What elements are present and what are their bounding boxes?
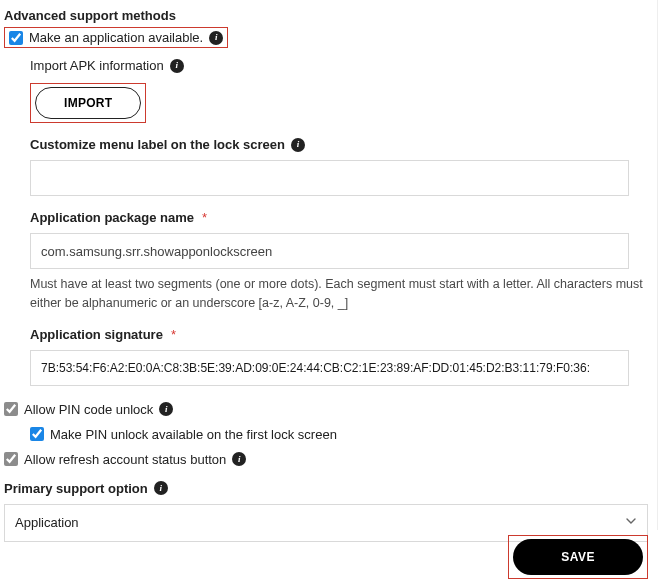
required-marker: * — [171, 327, 176, 342]
info-icon[interactable]: i — [170, 59, 184, 73]
info-icon[interactable]: i — [159, 402, 173, 416]
chevron-down-icon — [625, 515, 637, 530]
allow-pin-checkbox[interactable] — [4, 402, 18, 416]
make-available-checkbox[interactable] — [9, 31, 23, 45]
signature-input[interactable] — [30, 350, 629, 386]
package-name-input[interactable] — [30, 233, 629, 269]
import-apk-label: Import APK information — [30, 58, 164, 73]
allow-refresh-label: Allow refresh account status button — [24, 452, 226, 467]
info-icon[interactable]: i — [209, 31, 223, 45]
package-name-label: Application package name* — [30, 210, 654, 225]
pin-first-lock-label: Make PIN unlock available on the first l… — [50, 427, 337, 442]
import-button[interactable]: IMPORT — [35, 87, 141, 119]
allow-refresh-checkbox[interactable] — [4, 452, 18, 466]
highlight-make-available: Make an application available. i — [4, 27, 228, 48]
package-helper: Must have at least two segments (one or … — [30, 275, 654, 313]
primary-support-label: Primary support option — [4, 481, 148, 496]
highlight-save: SAVE — [508, 535, 648, 579]
make-available-label: Make an application available. — [29, 30, 203, 45]
customize-label-text: Customize menu label on the lock screen — [30, 137, 285, 152]
pin-first-lock-checkbox[interactable] — [30, 427, 44, 441]
signature-label-text: Application signature — [30, 327, 163, 342]
allow-pin-label: Allow PIN code unlock — [24, 402, 153, 417]
required-marker: * — [202, 210, 207, 225]
save-button[interactable]: SAVE — [513, 539, 643, 575]
primary-support-value: Application — [15, 515, 79, 530]
info-icon[interactable]: i — [154, 481, 168, 495]
section-title: Advanced support methods — [4, 8, 654, 23]
info-icon[interactable]: i — [232, 452, 246, 466]
customize-input[interactable] — [30, 160, 629, 196]
highlight-import: IMPORT — [30, 83, 146, 123]
info-icon[interactable]: i — [291, 138, 305, 152]
signature-label: Application signature* — [30, 327, 654, 342]
customize-label: Customize menu label on the lock screen … — [30, 137, 654, 152]
package-name-label-text: Application package name — [30, 210, 194, 225]
